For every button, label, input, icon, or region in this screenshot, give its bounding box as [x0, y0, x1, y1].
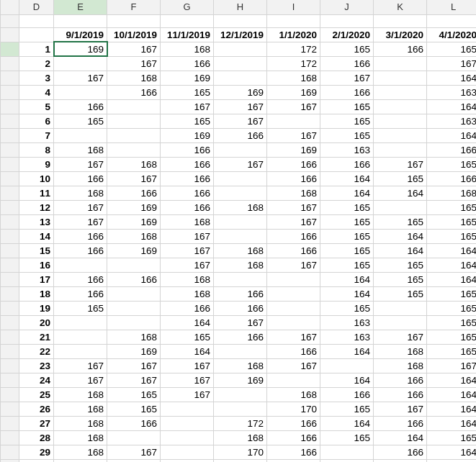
data-cell[interactable]: [107, 301, 161, 315]
data-cell[interactable]: 166: [267, 243, 320, 258]
data-cell[interactable]: [267, 315, 320, 330]
col-header-D[interactable]: D: [19, 0, 54, 14]
data-cell[interactable]: 167: [374, 330, 427, 344]
data-cell[interactable]: 165: [427, 157, 477, 171]
data-cell[interactable]: 166: [267, 430, 320, 445]
row-label-cell[interactable]: 17: [19, 272, 54, 286]
data-cell[interactable]: [107, 286, 161, 301]
data-cell[interactable]: 164: [427, 402, 477, 416]
data-cell[interactable]: [107, 315, 161, 330]
data-cell[interactable]: 168: [107, 229, 161, 243]
row-header[interactable]: [1, 71, 19, 85]
data-cell[interactable]: 167: [54, 459, 107, 462]
data-cell[interactable]: 167: [107, 358, 161, 373]
data-cell[interactable]: 165: [374, 286, 427, 301]
data-cell[interactable]: 165: [320, 42, 374, 56]
row-label-cell[interactable]: 2: [19, 56, 54, 71]
data-cell[interactable]: 169: [267, 85, 320, 99]
data-cell[interactable]: 169: [107, 200, 161, 214]
row-label-cell[interactable]: 9: [19, 157, 54, 171]
data-cell[interactable]: [54, 56, 107, 71]
data-cell[interactable]: 163: [320, 142, 374, 157]
data-cell[interactable]: 168: [54, 186, 107, 200]
row-label-cell[interactable]: 26: [19, 402, 54, 416]
date-header-cell[interactable]: 12/1/2019: [214, 27, 267, 42]
data-cell[interactable]: 165: [427, 315, 477, 330]
cell[interactable]: [19, 14, 54, 27]
data-cell[interactable]: 169: [214, 85, 267, 99]
cell[interactable]: [107, 14, 161, 27]
row-label-cell[interactable]: 14: [19, 229, 54, 243]
data-cell[interactable]: 163: [427, 85, 477, 99]
col-header-L[interactable]: L: [427, 0, 477, 14]
data-cell[interactable]: 168: [107, 157, 161, 171]
data-cell[interactable]: 169: [161, 71, 214, 85]
row-header[interactable]: [1, 42, 19, 56]
date-header-cell[interactable]: 4/1/2020: [427, 27, 477, 42]
data-cell[interactable]: 168: [267, 186, 320, 200]
data-cell[interactable]: 164: [161, 315, 214, 330]
data-cell[interactable]: 166: [214, 286, 267, 301]
data-cell[interactable]: 165: [374, 171, 427, 186]
row-header[interactable]: [1, 14, 19, 27]
data-cell[interactable]: 167: [161, 99, 214, 114]
data-cell[interactable]: 167: [161, 358, 214, 373]
data-cell[interactable]: 164: [427, 387, 477, 402]
data-cell[interactable]: 164: [374, 430, 427, 445]
data-cell[interactable]: 166: [54, 286, 107, 301]
data-cell[interactable]: 168: [214, 430, 267, 445]
data-cell[interactable]: 167: [214, 114, 267, 128]
data-cell[interactable]: 164: [427, 71, 477, 85]
row-header[interactable]: [1, 157, 19, 171]
data-cell[interactable]: 164: [374, 229, 427, 243]
data-cell[interactable]: 165: [427, 301, 477, 315]
data-cell[interactable]: 167: [267, 128, 320, 142]
data-cell[interactable]: 167: [54, 214, 107, 229]
data-cell[interactable]: [320, 358, 374, 373]
data-cell[interactable]: 167: [374, 157, 427, 171]
data-cell[interactable]: 165: [427, 344, 477, 358]
row-label-cell[interactable]: 19: [19, 301, 54, 315]
row-header[interactable]: [1, 358, 19, 373]
data-cell[interactable]: 165: [427, 286, 477, 301]
data-cell[interactable]: 166: [161, 171, 214, 186]
data-cell[interactable]: 166: [107, 186, 161, 200]
data-cell[interactable]: [161, 416, 214, 430]
data-cell[interactable]: [374, 301, 427, 315]
data-cell[interactable]: 172: [267, 42, 320, 56]
row-label-cell[interactable]: 8: [19, 142, 54, 157]
data-cell[interactable]: 164: [427, 459, 477, 462]
data-cell[interactable]: 168: [214, 200, 267, 214]
row-label-cell[interactable]: 4: [19, 85, 54, 99]
row-header[interactable]: [1, 229, 19, 243]
row-label-cell[interactable]: 23: [19, 358, 54, 373]
data-cell[interactable]: 172: [214, 416, 267, 430]
row-header[interactable]: [1, 171, 19, 186]
data-cell[interactable]: 165: [320, 99, 374, 114]
data-cell[interactable]: 165: [320, 402, 374, 416]
row-header[interactable]: [1, 459, 19, 462]
data-cell[interactable]: 166: [267, 344, 320, 358]
data-cell[interactable]: 166: [267, 171, 320, 186]
data-cell[interactable]: 164: [320, 373, 374, 387]
data-cell[interactable]: 164: [320, 171, 374, 186]
row-label-cell[interactable]: 25: [19, 387, 54, 402]
data-cell[interactable]: 168: [214, 358, 267, 373]
data-cell[interactable]: 165: [161, 85, 214, 99]
row-header[interactable]: [1, 200, 19, 214]
row-label-cell[interactable]: 12: [19, 200, 54, 214]
data-cell[interactable]: 166: [54, 99, 107, 114]
row-header[interactable]: [1, 128, 19, 142]
data-cell[interactable]: 164: [427, 373, 477, 387]
data-cell[interactable]: [214, 459, 267, 462]
data-cell[interactable]: 168: [267, 71, 320, 85]
data-cell[interactable]: [374, 200, 427, 214]
data-cell[interactable]: 163: [320, 330, 374, 344]
row-label-cell[interactable]: 6: [19, 114, 54, 128]
data-cell[interactable]: 165: [427, 42, 477, 56]
data-cell[interactable]: [161, 459, 214, 462]
data-cell[interactable]: 167: [54, 157, 107, 171]
data-cell[interactable]: [107, 430, 161, 445]
data-cell[interactable]: 166: [107, 85, 161, 99]
data-cell[interactable]: 165: [320, 301, 374, 315]
